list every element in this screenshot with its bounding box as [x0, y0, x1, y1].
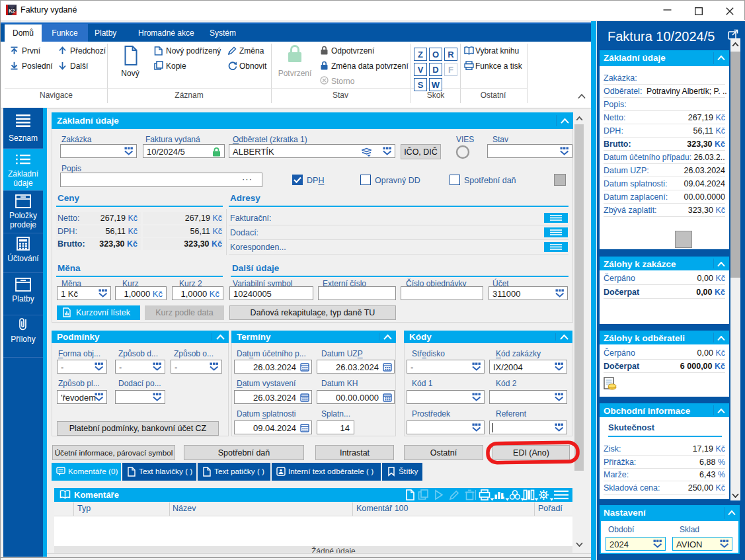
- svg-text:K2: K2: [9, 8, 15, 14]
